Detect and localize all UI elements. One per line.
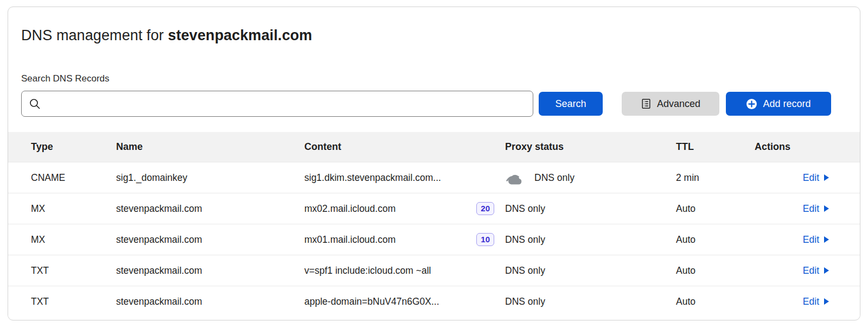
table-header-row: Type Name Content Proxy status TTL Actio… [8, 132, 860, 162]
search-button[interactable]: Search [539, 92, 603, 116]
record-proxy-cell: DNS only [505, 171, 676, 185]
table-row: TXT stevenpackmail.com apple-domain=bNuV… [8, 286, 860, 317]
chevron-right-icon [824, 236, 829, 243]
table-row: TXT stevenpackmail.com v=spf1 include:ic… [8, 255, 860, 286]
column-header-ttl: TTL [676, 141, 755, 153]
record-content: sig1.dkim.stevenpackmail.com... [304, 172, 441, 184]
proxy-status-text: DNS only [505, 296, 545, 307]
record-ttl: 2 min [676, 172, 755, 184]
search-row: Search Advanced Add record [21, 91, 847, 117]
table-row: MX stevenpackmail.com mx02.mail.icloud.c… [8, 193, 860, 224]
edit-link-label: Edit [803, 203, 819, 215]
record-proxy-cell: DNS only [505, 296, 676, 307]
record-content: mx01.mail.icloud.com [304, 234, 395, 246]
search-input[interactable] [21, 91, 533, 117]
record-ttl: Auto [676, 203, 755, 215]
record-type: TXT [31, 296, 116, 307]
record-content: mx02.mail.icloud.com [304, 203, 395, 215]
record-ttl: Auto [676, 234, 755, 246]
record-type: TXT [31, 265, 116, 276]
edit-link-label: Edit [803, 172, 819, 184]
record-content-cell: mx01.mail.icloud.com 10 [304, 233, 505, 246]
edit-link[interactable]: Edit [803, 234, 829, 246]
record-type: MX [31, 234, 116, 246]
add-record-button[interactable]: Add record [726, 92, 831, 116]
dns-records-table: Type Name Content Proxy status TTL Actio… [8, 132, 860, 320]
record-proxy-cell: DNS only [505, 203, 676, 215]
chevron-right-icon [824, 267, 829, 274]
chevron-right-icon [824, 174, 829, 181]
priority-badge: 20 [476, 202, 494, 215]
search-label: Search DNS Records [21, 73, 847, 84]
record-type: MX [31, 203, 116, 215]
record-name: stevenpackmail.com [116, 203, 304, 215]
record-actions-cell: Edit [755, 296, 829, 307]
record-actions-cell: Edit [755, 265, 829, 276]
proxy-status-text: DNS only [505, 203, 545, 215]
advanced-button[interactable]: Advanced [622, 92, 719, 116]
proxy-status-text: DNS only [534, 172, 575, 184]
record-content-cell: apple-domain=bNuV47n6G0X... [304, 296, 505, 307]
priority-badge: 10 [476, 233, 494, 246]
record-content: v=spf1 include:icloud.com ~all [304, 265, 431, 276]
column-header-proxy-status: Proxy status [505, 141, 676, 153]
record-ttl: Auto [676, 265, 755, 276]
column-header-actions: Actions [755, 141, 829, 153]
record-content-cell: mx02.mail.icloud.com 20 [304, 202, 505, 215]
record-name: stevenpackmail.com [116, 296, 304, 307]
table-row: MX stevenpackmail.com mx01.mail.icloud.c… [8, 224, 860, 255]
advanced-button-label: Advanced [657, 98, 700, 110]
column-header-name: Name [116, 141, 304, 153]
edit-link[interactable]: Edit [803, 265, 829, 276]
record-name: stevenpackmail.com [116, 265, 304, 276]
record-type: CNAME [31, 172, 116, 184]
record-actions-cell: Edit [755, 234, 829, 246]
record-content-cell: v=spf1 include:icloud.com ~all [304, 265, 505, 276]
edit-link-label: Edit [803, 265, 819, 276]
edit-link-label: Edit [803, 234, 819, 246]
record-name: stevenpackmail.com [116, 234, 304, 246]
plus-circle-icon [746, 98, 757, 110]
record-name: sig1._domainkey [116, 172, 304, 184]
page-title-prefix: DNS management for [21, 27, 168, 43]
proxy-status-text: DNS only [505, 265, 545, 276]
page-title-domain: stevenpackmail.com [168, 27, 312, 43]
column-header-type: Type [31, 141, 116, 153]
record-actions-cell: Edit [755, 172, 829, 184]
record-actions-cell: Edit [755, 203, 829, 215]
search-box [21, 91, 533, 117]
card-top-section: DNS management for stevenpackmail.com Se… [8, 7, 860, 132]
dns-only-cloud-icon [505, 171, 525, 185]
record-content-cell: sig1.dkim.stevenpackmail.com... [304, 172, 505, 184]
table-body: CNAME sig1._domainkey sig1.dkim.stevenpa… [8, 162, 860, 317]
column-header-content: Content [304, 141, 505, 153]
chevron-right-icon [824, 205, 829, 212]
record-proxy-cell: DNS only [505, 265, 676, 276]
advanced-list-icon [641, 98, 652, 109]
record-proxy-cell: DNS only [505, 234, 676, 246]
page-title: DNS management for stevenpackmail.com [21, 27, 847, 44]
proxy-status-text: DNS only [505, 234, 545, 246]
edit-link-label: Edit [803, 296, 819, 307]
record-ttl: Auto [676, 296, 755, 307]
table-row: CNAME sig1._domainkey sig1.dkim.stevenpa… [8, 162, 860, 193]
edit-link[interactable]: Edit [803, 296, 829, 307]
chevron-right-icon [824, 298, 829, 305]
edit-link[interactable]: Edit [803, 203, 829, 215]
dns-management-card: DNS management for stevenpackmail.com Se… [8, 7, 860, 320]
record-content: apple-domain=bNuV47n6G0X... [304, 296, 439, 307]
edit-link[interactable]: Edit [803, 172, 829, 184]
add-record-button-label: Add record [763, 98, 810, 110]
